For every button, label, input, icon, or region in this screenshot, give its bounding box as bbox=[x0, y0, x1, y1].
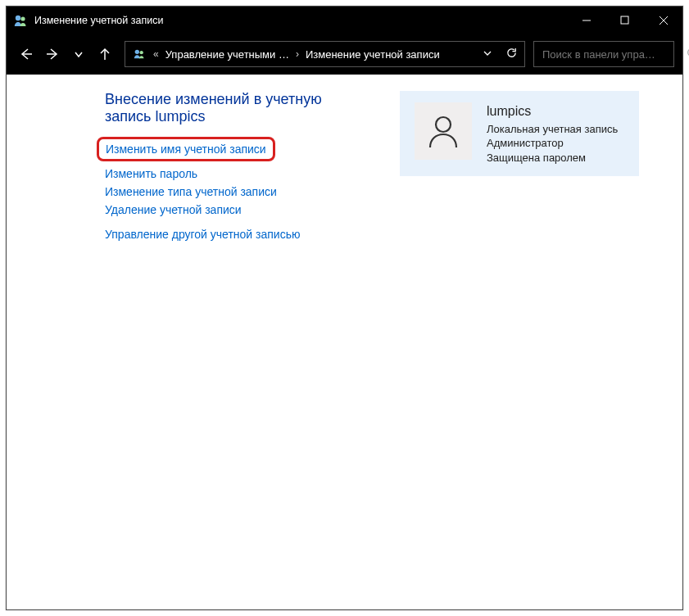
up-button[interactable] bbox=[93, 43, 116, 66]
link-delete-account[interactable]: Удаление учетной записи bbox=[105, 203, 242, 216]
svg-point-13 bbox=[436, 117, 451, 132]
svg-point-0 bbox=[16, 15, 20, 20]
window-frame: Изменение учетной записи bbox=[6, 6, 683, 610]
app-icon bbox=[13, 13, 28, 28]
account-protected: Защищена паролем bbox=[487, 151, 618, 165]
window-controls bbox=[567, 7, 682, 34]
svg-point-1 bbox=[20, 16, 25, 20]
recent-dropdown[interactable] bbox=[67, 43, 90, 66]
highlight-annotation: Изменить имя учетной записи bbox=[97, 137, 275, 161]
titlebar: Изменение учетной записи bbox=[7, 7, 682, 34]
account-role: Администратор bbox=[487, 136, 618, 151]
link-change-password[interactable]: Изменить пароль bbox=[105, 167, 197, 180]
svg-point-9 bbox=[135, 50, 139, 54]
account-name: lumpics bbox=[487, 102, 618, 120]
close-button[interactable] bbox=[644, 7, 682, 34]
account-action-links: Изменить имя учетной записи Изменить пар… bbox=[105, 137, 359, 216]
link-rename-account[interactable]: Изменить имя учетной записи bbox=[106, 143, 266, 156]
actions-column: Внесение изменений в учетную запись lump… bbox=[105, 91, 359, 252]
svg-point-10 bbox=[140, 51, 143, 54]
link-change-type[interactable]: Изменение типа учетной записи bbox=[105, 185, 277, 198]
minimize-button[interactable] bbox=[567, 7, 605, 34]
search-input[interactable] bbox=[541, 48, 682, 61]
back-button[interactable] bbox=[15, 43, 38, 66]
refresh-button[interactable] bbox=[505, 47, 518, 61]
breadcrumb-item-2[interactable]: Изменение учетной записи bbox=[306, 48, 440, 61]
maximize-button[interactable] bbox=[605, 7, 644, 34]
page-heading: Внесение изменений в учетную запись lump… bbox=[105, 91, 359, 125]
account-type: Локальная учетная запись bbox=[487, 122, 618, 137]
nav-toolbar: « Управление учетными … › Изменение учет… bbox=[7, 34, 682, 75]
breadcrumb-item-1[interactable]: Управление учетными … bbox=[165, 48, 289, 61]
account-info: lumpics Локальная учетная запись Админис… bbox=[487, 102, 618, 165]
chevron-right-icon: › bbox=[296, 48, 299, 60]
window-title: Изменение учетной записи bbox=[34, 15, 567, 26]
breadcrumb-prefix: « bbox=[153, 48, 159, 60]
avatar bbox=[415, 102, 472, 160]
forward-button[interactable] bbox=[41, 43, 64, 66]
search-box[interactable] bbox=[533, 41, 674, 67]
svg-rect-3 bbox=[621, 16, 628, 24]
other-account-links: Управление другой учетной записью bbox=[105, 228, 359, 241]
address-dropdown[interactable] bbox=[483, 48, 492, 61]
breadcrumb-icon bbox=[132, 47, 147, 61]
link-manage-other-account[interactable]: Управление другой учетной записью bbox=[105, 228, 300, 241]
account-card: lumpics Локальная учетная запись Админис… bbox=[400, 91, 639, 176]
address-bar[interactable]: « Управление учетными … › Изменение учет… bbox=[125, 41, 525, 67]
content-area: Внесение изменений в учетную запись lump… bbox=[7, 75, 682, 609]
